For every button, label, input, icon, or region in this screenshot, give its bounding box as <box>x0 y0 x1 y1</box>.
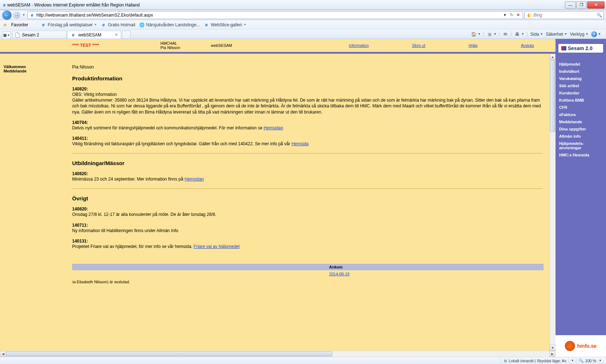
sidebar-item[interactable]: Kundorder <box>559 91 602 95</box>
item-date: 140411: <box>72 136 542 141</box>
inline-link[interactable]: Friare val av hjälpmedel <box>194 244 240 249</box>
sidebar-item[interactable]: eFaktura <box>559 112 602 117</box>
close-button[interactable]: ✕ <box>587 1 605 9</box>
new-tab-button[interactable] <box>122 31 131 39</box>
print-button[interactable]: 🖶▼ <box>514 31 524 37</box>
bing-icon: ◧ <box>526 12 532 18</box>
header-code: HMCHAL <box>161 41 204 45</box>
feeds-button[interactable]: ▣▼ <box>487 31 496 37</box>
section-title: Utbildningar/Mässor <box>72 160 542 166</box>
stop-icon[interactable]: ✕ <box>515 13 521 18</box>
sidebar-item[interactable]: Hjälpmedels-anvisningar <box>559 141 602 150</box>
inline-link[interactable]: Hemsidan <box>184 177 204 182</box>
url-dropdown-icon[interactable]: ▾ <box>502 13 508 18</box>
sidebar-item[interactable]: Sök artikel <box>559 84 602 88</box>
scroll-down-button[interactable]: ▼ <box>550 345 556 351</box>
fav-link-narsjukvarden[interactable]: 🌐 Närsjukvården Landstinge... <box>139 22 200 28</box>
back-button[interactable]: ← <box>2 10 12 20</box>
link-help[interactable]: Hjälp <box>469 43 478 48</box>
tab-sesam2[interactable]: Sesam 2 <box>12 31 66 39</box>
sidebar-logo: Sesam 2.0 <box>558 44 603 53</box>
vertical-scrollbar[interactable]: ▲ ▼ <box>549 54 556 351</box>
fav-link-hotmail[interactable]: e Gratis Hotmail <box>101 22 135 28</box>
home-button[interactable]: 🏠▼ <box>471 31 480 37</box>
tab-bar: ▦▼ Sesam 2 e webSESAM ✕ 🏠▼ ▣▼ ✉ 🖶▼ Sida▼… <box>0 30 606 39</box>
sidebar-nav: HjälpmedelIndividkortVarukatalogSök arti… <box>556 56 606 164</box>
main-column: Pia Nilsson Produktinformation140820:OBS… <box>72 54 549 351</box>
refresh-icon[interactable]: ↻ <box>509 13 514 18</box>
sidebar-item[interactable]: Kvittera BMB <box>559 98 602 102</box>
sidebar-item[interactable]: Hjälpmedel <box>559 62 602 66</box>
scroll-up-button[interactable]: ▲ <box>550 54 556 60</box>
item-body: Viktig förändring vid fakturaspärr på ty… <box>72 141 542 147</box>
status-zoom[interactable]: 🔍 100 % ▼ <box>576 357 604 364</box>
sidebar-item[interactable]: Meddelande <box>559 120 602 124</box>
section-title: Produktinformation <box>72 75 542 81</box>
item-body: Delvis nytt sortiment för träningshjälpm… <box>72 125 542 131</box>
tab-close-icon[interactable]: ✕ <box>115 32 118 37</box>
intranet-icon: 🖥 <box>503 359 507 363</box>
safety-menu[interactable]: Säkerhet▼ <box>546 32 567 37</box>
tools-menu[interactable]: Verktyg▼ <box>570 32 588 37</box>
maximize-button[interactable]: ❐ <box>576 1 587 9</box>
window-title: webSESAM - Windows Internet Explorer erh… <box>7 3 564 8</box>
fav-link-suggestions[interactable]: e Förslag på webbplatser▼ <box>40 22 97 28</box>
forward-button[interactable]: → <box>13 12 20 19</box>
col-date: Ankom <box>327 264 544 270</box>
sidebar-item[interactable]: Dina uppgifter <box>559 127 602 131</box>
hscroll-thumb[interactable] <box>6 351 332 356</box>
left-column: Välkommen Meddelande <box>0 54 72 351</box>
command-bar: 🏠▼ ▣▼ ✉ 🖶▼ Sida▼ Säkerhet▼ Verktyg▼ ?▼ <box>471 30 604 39</box>
sidebar-item[interactable]: HMC:s Hemsida <box>559 153 602 157</box>
page-favicon-icon: e <box>29 12 35 18</box>
hinfo-banner[interactable]: hinfo.se <box>556 335 606 357</box>
sidebar-item[interactable]: CFR <box>559 105 602 110</box>
message-table: Avsändare Ankom Sesam2 2014-08-19 <box>72 264 544 278</box>
minimize-button[interactable]: — <box>565 1 576 9</box>
cell-sender: Sesam2 <box>72 270 327 278</box>
ie-icon: e <box>203 22 209 28</box>
sidebar-item[interactable]: Allmän info <box>559 134 602 138</box>
search-bar[interactable]: ◧ 🔍 <box>524 11 604 19</box>
window-titlebar: e webSESAM - Windows Internet Explorer e… <box>0 0 606 10</box>
col-sender: Avsändare <box>72 264 327 270</box>
scroll-thumb[interactable] <box>550 60 555 132</box>
cell-date-link[interactable]: 2014-08-19 <box>329 272 350 276</box>
page-menu[interactable]: Sida▼ <box>530 32 543 37</box>
inline-link[interactable]: Hemsidan <box>264 125 283 130</box>
sidebar-item[interactable]: Individkort <box>559 69 602 74</box>
url-input[interactable] <box>36 13 501 18</box>
scroll-left-button[interactable]: ◀ <box>0 351 6 357</box>
zoom-icon: 🔍 <box>579 358 584 363</box>
inline-link[interactable]: Hemsida <box>291 141 308 146</box>
search-input[interactable] <box>533 13 595 18</box>
favorites-star-icon[interactable]: ★ <box>3 22 8 28</box>
print-icon: 🖶 <box>514 31 520 37</box>
status-protected-dropdown[interactable]: ▼ <box>568 357 576 364</box>
tab-websesam[interactable]: e webSESAM ✕ <box>67 31 121 39</box>
quick-tabs-button[interactable]: ▦▼ <box>2 31 11 39</box>
mail-icon: ✉ <box>502 31 508 37</box>
link-information[interactable]: Information <box>349 43 369 48</box>
sidebar-item[interactable]: Varukatalog <box>559 76 602 81</box>
header-user: Pia Nilsson <box>161 45 204 50</box>
app-header: **** TEST **** HMCHAL Pia Nilsson webSES… <box>0 39 556 52</box>
ie-icon: e <box>40 22 46 28</box>
search-icon[interactable]: 🔍 <box>596 12 602 18</box>
item-date: 140711: <box>72 223 542 228</box>
address-bar[interactable]: e ▾ ↻ ✕ <box>27 11 523 19</box>
link-logout[interactable]: Avsluta <box>521 43 534 48</box>
header-brand: webSESAM <box>211 43 232 48</box>
nav-history-dropdown[interactable]: ▼ <box>22 12 26 19</box>
tab-label: Sesam 2 <box>22 32 39 37</box>
favorites-label[interactable]: Favoriter <box>11 22 28 27</box>
scroll-right-button[interactable]: ▶ <box>549 351 556 357</box>
link-print[interactable]: Skriv ut <box>412 43 425 48</box>
page-favicon-icon: e <box>70 32 76 38</box>
status-bar: 🖥 Lokalt intranät | Skyddat läge: Av ▼ 🔍… <box>0 357 606 364</box>
read-mail-button[interactable]: ✉ <box>502 31 508 37</box>
item-date: 140820: <box>72 86 542 92</box>
help-menu[interactable]: ?▼ <box>591 31 601 37</box>
horizontal-scrollbar[interactable]: ◀ ▶ <box>0 351 556 357</box>
fav-link-webslice[interactable]: e WebSlice-galleri▼ <box>203 22 246 28</box>
